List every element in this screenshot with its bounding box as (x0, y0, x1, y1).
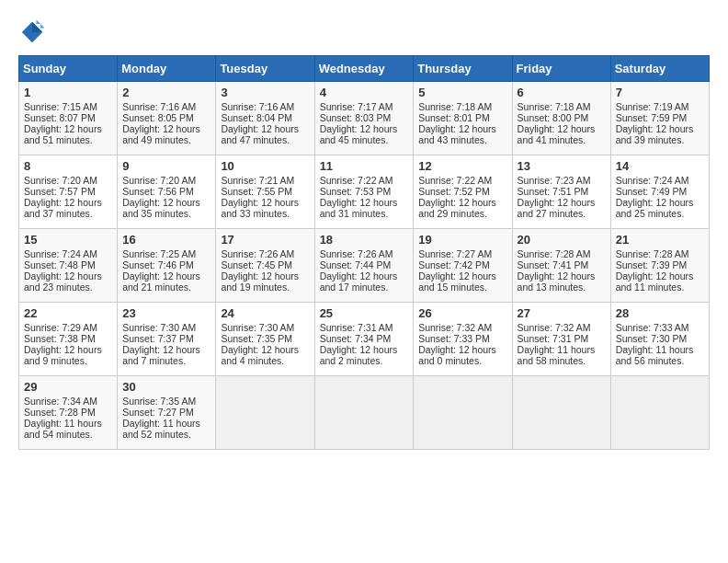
day-number: 19 (418, 233, 506, 247)
day-number: 13 (518, 159, 606, 173)
daylight-label: Daylight: 12 hours and 43 minutes. (418, 123, 496, 145)
calendar-cell (314, 376, 414, 450)
sunrise-text: Sunrise: 7:32 AM (418, 322, 492, 333)
sunrise-text: Sunrise: 7:32 AM (518, 322, 591, 333)
calendar-week-5: 29Sunrise: 7:34 AMSunset: 7:28 PMDayligh… (19, 376, 710, 450)
sunset-text: Sunset: 8:00 PM (518, 112, 589, 123)
calendar-cell: 9Sunrise: 7:20 AMSunset: 7:56 PMDaylight… (118, 155, 216, 229)
calendar-cell: 25Sunrise: 7:31 AMSunset: 7:34 PMDayligh… (314, 303, 414, 376)
daylight-label: Daylight: 12 hours and 17 minutes. (320, 270, 398, 293)
daylight-label: Daylight: 12 hours and 9 minutes. (24, 344, 102, 366)
sunset-text: Sunset: 7:28 PM (24, 407, 96, 418)
day-number: 27 (518, 306, 606, 320)
sunset-text: Sunset: 8:04 PM (221, 112, 292, 123)
calendar-cell: 17Sunrise: 7:26 AMSunset: 7:45 PMDayligh… (216, 229, 314, 303)
day-number: 21 (616, 233, 704, 247)
day-number: 3 (221, 86, 309, 99)
calendar-cell: 20Sunrise: 7:28 AMSunset: 7:41 PMDayligh… (512, 229, 610, 303)
day-number: 26 (418, 306, 506, 320)
calendar-cell: 21Sunrise: 7:28 AMSunset: 7:39 PMDayligh… (610, 229, 709, 303)
day-number: 10 (221, 159, 309, 173)
sunset-text: Sunset: 8:07 PM (24, 112, 96, 123)
sunrise-text: Sunrise: 7:31 AM (320, 322, 393, 333)
calendar-cell (512, 376, 610, 450)
sunrise-text: Sunrise: 7:21 AM (221, 175, 294, 186)
sunset-text: Sunset: 7:35 PM (221, 333, 292, 344)
calendar-table: SundayMondayTuesdayWednesdayThursdayFrid… (18, 55, 710, 450)
header-tuesday: Tuesday (216, 56, 314, 82)
sunrise-text: Sunrise: 7:25 AM (122, 248, 196, 259)
daylight-label: Daylight: 12 hours and 33 minutes. (221, 197, 299, 219)
daylight-label: Daylight: 11 hours and 58 minutes. (518, 344, 596, 366)
sunset-text: Sunset: 7:31 PM (518, 333, 589, 344)
sunrise-text: Sunrise: 7:27 AM (418, 248, 492, 259)
sunrise-text: Sunrise: 7:22 AM (418, 175, 492, 186)
sunset-text: Sunset: 7:33 PM (418, 333, 490, 344)
sunrise-text: Sunrise: 7:18 AM (418, 101, 492, 112)
sunset-text: Sunset: 7:38 PM (24, 333, 96, 344)
sunrise-text: Sunrise: 7:30 AM (122, 322, 196, 333)
calendar-cell: 19Sunrise: 7:27 AMSunset: 7:42 PMDayligh… (414, 229, 512, 303)
day-number: 4 (320, 86, 409, 99)
calendar-cell: 16Sunrise: 7:25 AMSunset: 7:46 PMDayligh… (118, 229, 216, 303)
day-number: 9 (122, 159, 210, 173)
sunset-text: Sunset: 7:39 PM (616, 259, 688, 270)
sunrise-text: Sunrise: 7:33 AM (616, 322, 689, 333)
calendar-week-3: 15Sunrise: 7:24 AMSunset: 7:48 PMDayligh… (19, 229, 710, 303)
daylight-label: Daylight: 12 hours and 13 minutes. (518, 270, 596, 293)
sunrise-text: Sunrise: 7:28 AM (616, 248, 689, 259)
calendar-cell: 13Sunrise: 7:23 AMSunset: 7:51 PMDayligh… (512, 155, 610, 229)
sunrise-text: Sunrise: 7:17 AM (320, 101, 393, 112)
sunset-text: Sunset: 7:34 PM (320, 333, 392, 344)
header-saturday: Saturday (610, 56, 709, 82)
calendar-cell: 8Sunrise: 7:20 AMSunset: 7:57 PMDaylight… (19, 155, 118, 229)
calendar-cell (216, 376, 314, 450)
daylight-label: Daylight: 12 hours and 51 minutes. (24, 123, 102, 145)
sunset-text: Sunset: 7:27 PM (122, 407, 194, 418)
daylight-label: Daylight: 12 hours and 19 minutes. (221, 270, 299, 293)
sunset-text: Sunset: 7:49 PM (616, 186, 688, 197)
day-number: 20 (518, 233, 606, 247)
day-number: 18 (320, 233, 409, 247)
day-number: 16 (122, 233, 210, 247)
sunset-text: Sunset: 7:59 PM (616, 112, 688, 123)
sunset-text: Sunset: 7:30 PM (616, 333, 688, 344)
calendar-cell: 26Sunrise: 7:32 AMSunset: 7:33 PMDayligh… (414, 303, 512, 376)
calendar-cell: 2Sunrise: 7:16 AMSunset: 8:05 PMDaylight… (118, 82, 216, 155)
calendar-week-1: 1Sunrise: 7:15 AMSunset: 8:07 PMDaylight… (19, 82, 710, 155)
day-number: 24 (221, 306, 309, 320)
sunset-text: Sunset: 8:03 PM (320, 112, 392, 123)
daylight-label: Daylight: 12 hours and 45 minutes. (320, 123, 398, 145)
logo (18, 18, 50, 46)
header-monday: Monday (118, 56, 216, 82)
sunrise-text: Sunrise: 7:16 AM (122, 101, 196, 112)
sunset-text: Sunset: 7:46 PM (122, 259, 194, 270)
daylight-label: Daylight: 12 hours and 0 minutes. (418, 344, 496, 366)
sunset-text: Sunset: 7:52 PM (418, 186, 490, 197)
daylight-label: Daylight: 12 hours and 29 minutes. (418, 197, 496, 219)
calendar-cell: 15Sunrise: 7:24 AMSunset: 7:48 PMDayligh… (19, 229, 118, 303)
calendar-cell: 11Sunrise: 7:22 AMSunset: 7:53 PMDayligh… (314, 155, 414, 229)
calendar-week-4: 22Sunrise: 7:29 AMSunset: 7:38 PMDayligh… (19, 303, 710, 376)
sunset-text: Sunset: 7:42 PM (418, 259, 490, 270)
calendar-cell: 28Sunrise: 7:33 AMSunset: 7:30 PMDayligh… (610, 303, 709, 376)
calendar-week-2: 8Sunrise: 7:20 AMSunset: 7:57 PMDaylight… (19, 155, 710, 229)
sunset-text: Sunset: 7:53 PM (320, 186, 392, 197)
calendar-cell: 3Sunrise: 7:16 AMSunset: 8:04 PMDaylight… (216, 82, 314, 155)
day-number: 6 (518, 86, 606, 99)
daylight-label: Daylight: 12 hours and 4 minutes. (221, 344, 299, 366)
calendar-cell: 24Sunrise: 7:30 AMSunset: 7:35 PMDayligh… (216, 303, 314, 376)
sunset-text: Sunset: 7:41 PM (518, 259, 589, 270)
calendar-cell: 5Sunrise: 7:18 AMSunset: 8:01 PMDaylight… (414, 82, 512, 155)
day-number: 22 (24, 306, 112, 320)
calendar-cell: 6Sunrise: 7:18 AMSunset: 8:00 PMDaylight… (512, 82, 610, 155)
day-number: 28 (616, 306, 704, 320)
calendar-cell: 27Sunrise: 7:32 AMSunset: 7:31 PMDayligh… (512, 303, 610, 376)
day-number: 7 (616, 86, 704, 99)
logo-icon (18, 18, 46, 46)
daylight-label: Daylight: 12 hours and 7 minutes. (122, 344, 200, 366)
sunset-text: Sunset: 7:55 PM (221, 186, 292, 197)
daylight-label: Daylight: 12 hours and 25 minutes. (616, 197, 694, 219)
day-number: 12 (418, 159, 506, 173)
daylight-label: Daylight: 12 hours and 47 minutes. (221, 123, 299, 145)
